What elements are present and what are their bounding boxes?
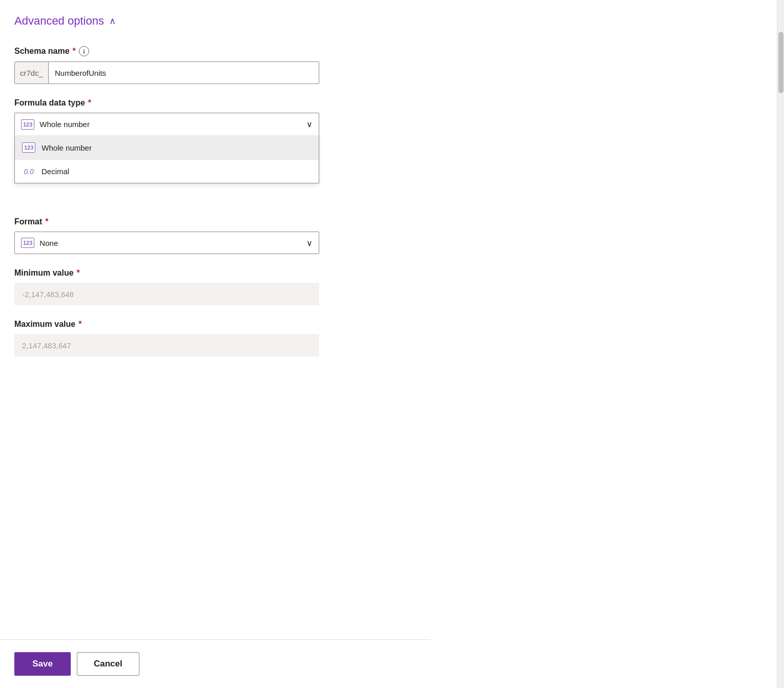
- advanced-options-title: Advanced options: [14, 14, 104, 28]
- maximum-value-section: Maximum value * 2,147,483,647: [14, 320, 414, 357]
- schema-prefix: cr7dc_: [15, 62, 49, 84]
- whole-number-icon: 123: [22, 142, 35, 153]
- format-value: None: [39, 239, 301, 247]
- schema-name-info-icon[interactable]: i: [79, 46, 89, 56]
- footer: Save Cancel: [0, 639, 430, 688]
- format-section: Format * 123 None ∨: [14, 217, 414, 254]
- formula-data-type-section: Formula data type * 123 Whole number ∨ 1…: [14, 98, 414, 135]
- whole-number-label: Whole number: [42, 143, 92, 152]
- formula-data-type-required: *: [88, 98, 91, 108]
- schema-name-input-wrapper: cr7dc_: [14, 61, 319, 84]
- format-icon: 123: [21, 238, 34, 248]
- formula-data-type-chevron: ∨: [306, 119, 313, 129]
- formula-data-type-label: Formula data type *: [14, 98, 414, 108]
- maximum-value-input: 2,147,483,647: [14, 334, 319, 357]
- schema-name-required: *: [73, 47, 76, 56]
- format-dropdown-wrapper: 123 None ∨: [14, 232, 319, 254]
- formula-data-type-dropdown-menu: 123 Whole number 0.0 Decimal: [14, 135, 319, 183]
- dropdown-item-whole-number[interactable]: 123 Whole number: [15, 135, 319, 160]
- format-chevron: ∨: [306, 238, 313, 248]
- format-required: *: [45, 217, 48, 226]
- decimal-label: Decimal: [42, 167, 69, 176]
- maximum-value-placeholder: 2,147,483,647: [22, 341, 71, 350]
- format-label: Format *: [14, 217, 414, 226]
- formula-data-type-icon: 123: [21, 119, 34, 130]
- scrollbar[interactable]: [777, 0, 784, 688]
- dropdown-item-decimal[interactable]: 0.0 Decimal: [15, 160, 319, 183]
- minimum-value-section: Minimum value * -2,147,483,648: [14, 268, 414, 305]
- formula-data-type-dropdown[interactable]: 123 Whole number ∨: [14, 113, 319, 135]
- formula-data-type-value: Whole number: [39, 120, 301, 129]
- formula-data-type-dropdown-wrapper: 123 Whole number ∨ 123 Whole number 0.0 …: [14, 113, 319, 135]
- chevron-up-icon: ∧: [109, 15, 116, 27]
- format-dropdown[interactable]: 123 None ∨: [14, 232, 319, 254]
- cancel-button[interactable]: Cancel: [77, 652, 139, 676]
- schema-name-input[interactable]: [49, 62, 319, 84]
- save-button[interactable]: Save: [14, 652, 71, 676]
- minimum-value-placeholder: -2,147,483,648: [22, 290, 74, 299]
- decimal-icon: 0.0: [22, 168, 35, 176]
- minimum-value-label: Minimum value *: [14, 268, 414, 278]
- minimum-value-input: -2,147,483,648: [14, 283, 319, 305]
- advanced-options-toggle[interactable]: Advanced options ∧: [14, 14, 414, 28]
- scrollbar-thumb[interactable]: [778, 32, 783, 93]
- schema-name-label: Schema name * i: [14, 46, 414, 56]
- minimum-value-required: *: [77, 268, 80, 278]
- schema-name-section: Schema name * i cr7dc_: [14, 46, 414, 84]
- maximum-value-label: Maximum value *: [14, 320, 414, 329]
- maximum-value-required: *: [78, 320, 81, 329]
